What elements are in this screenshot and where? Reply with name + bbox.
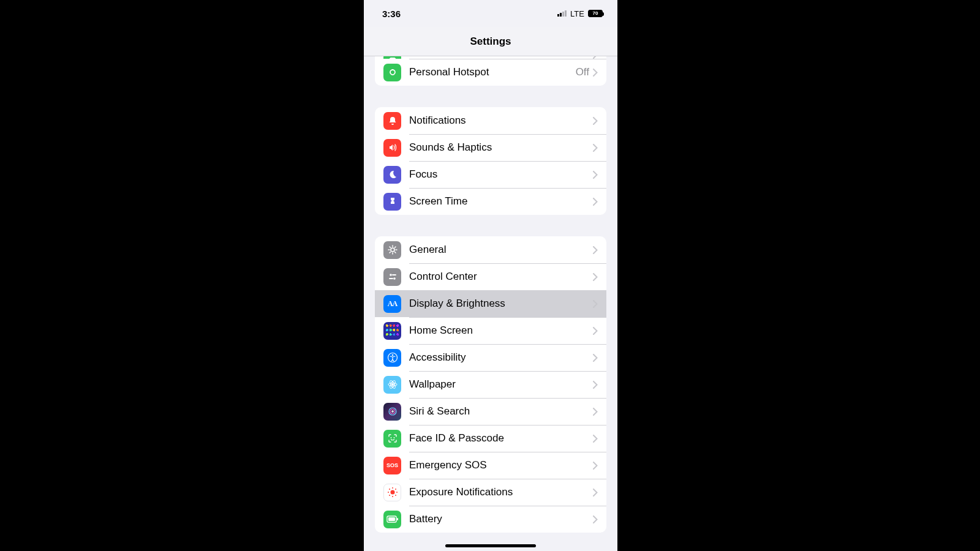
svg-point-23	[395, 495, 396, 496]
chevron-right-icon	[593, 435, 598, 443]
row-faceid[interactable]: Face ID & Passcode	[375, 425, 606, 452]
chevron-right-icon	[593, 273, 598, 281]
wallpaper-icon	[383, 376, 401, 394]
siri-icon	[383, 403, 401, 421]
row-label: Face ID & Passcode	[409, 432, 593, 444]
chevron-right-icon	[593, 381, 598, 389]
row-value: Off	[576, 66, 589, 78]
svg-point-21	[395, 489, 396, 490]
chevron-right-icon	[593, 117, 598, 125]
accessibility-icon	[383, 349, 401, 367]
group-general: General Control Center AA Display & Brig…	[375, 236, 606, 533]
chevron-right-icon	[593, 354, 598, 362]
svg-point-18	[388, 492, 389, 493]
screen-time-icon	[383, 193, 401, 211]
chevron-right-icon	[593, 462, 598, 470]
nav-header: Settings	[364, 27, 617, 56]
svg-point-1	[391, 248, 394, 252]
row-label: Accessibility	[409, 351, 593, 364]
chevron-right-icon	[593, 144, 598, 152]
svg-point-3	[393, 277, 396, 280]
home-indicator[interactable]	[445, 544, 536, 547]
row-home-screen[interactable]: Home Screen	[375, 317, 606, 344]
row-label: Emergency SOS	[409, 459, 593, 471]
row-sos[interactable]: SOS Emergency SOS	[375, 452, 606, 479]
row-label: Sounds & Haptics	[409, 141, 593, 154]
svg-point-15	[390, 490, 394, 495]
sos-icon: SOS	[383, 457, 401, 474]
row-battery[interactable]: Battery	[375, 506, 606, 533]
svg-point-6	[391, 383, 394, 386]
row-focus[interactable]: Focus	[375, 161, 606, 188]
row-general[interactable]: General	[375, 236, 606, 263]
svg-point-14	[393, 437, 394, 438]
row-label: Notifications	[409, 114, 593, 127]
row-display-brightness[interactable]: AA Display & Brightness	[375, 290, 606, 317]
chevron-right-icon	[593, 327, 598, 335]
svg-point-17	[392, 496, 393, 497]
row-accessibility[interactable]: Accessibility	[375, 344, 606, 371]
row-label: Wallpaper	[409, 378, 593, 391]
svg-point-16	[392, 487, 393, 489]
status-time: 3:36	[382, 9, 401, 19]
row-personal-hotspot[interactable]: Personal Hotspot Off	[375, 59, 606, 86]
chevron-right-icon	[593, 515, 598, 523]
row-label: General	[409, 244, 593, 256]
focus-icon	[383, 166, 401, 184]
battery-icon: 70	[588, 10, 603, 17]
battery-icon	[383, 511, 401, 528]
sounds-icon	[383, 139, 401, 157]
svg-point-12	[391, 410, 394, 413]
row-label: Battery	[409, 513, 593, 525]
svg-point-2	[390, 274, 392, 276]
notifications-icon	[383, 112, 401, 130]
chevron-right-icon	[593, 489, 598, 497]
chevron-right-icon	[593, 300, 598, 308]
row-label: Exposure Notifications	[409, 486, 593, 498]
svg-point-13	[390, 437, 391, 438]
chevron-right-icon	[593, 69, 598, 77]
row-label: Display & Brightness	[409, 298, 593, 310]
group-connectivity: Cellular Personal Hotspot Off	[375, 56, 606, 86]
svg-point-19	[396, 492, 398, 493]
row-label: Home Screen	[409, 324, 593, 337]
row-control-center[interactable]: Control Center	[375, 263, 606, 290]
row-label: Focus	[409, 168, 593, 181]
row-exposure[interactable]: Exposure Notifications	[375, 479, 606, 506]
svg-rect-26	[397, 518, 398, 520]
signal-icon	[557, 10, 567, 17]
exposure-icon	[383, 484, 401, 501]
display-icon: AA	[383, 295, 401, 313]
page-title: Settings	[470, 36, 511, 48]
row-label: Personal Hotspot	[409, 66, 576, 78]
row-wallpaper[interactable]: Wallpaper	[375, 371, 606, 398]
svg-point-22	[389, 495, 390, 496]
svg-point-20	[389, 489, 390, 490]
group-notifications: Notifications Sounds & Haptics Focus	[375, 107, 606, 215]
row-sounds[interactable]: Sounds & Haptics	[375, 134, 606, 161]
row-label: Control Center	[409, 271, 593, 283]
row-label: Siri & Search	[409, 405, 593, 418]
row-notifications[interactable]: Notifications	[375, 107, 606, 134]
chevron-right-icon	[593, 198, 598, 206]
control-center-icon	[383, 268, 401, 286]
chevron-right-icon	[593, 171, 598, 179]
row-label: Screen Time	[409, 195, 593, 208]
general-icon	[383, 241, 401, 259]
status-right: LTE 70	[557, 9, 603, 18]
chevron-right-icon	[593, 246, 598, 254]
row-screen-time[interactable]: Screen Time	[375, 188, 606, 215]
row-siri[interactable]: Siri & Search	[375, 398, 606, 425]
settings-scroll[interactable]: Cellular Personal Hotspot Off	[364, 56, 617, 551]
phone-frame: 3:36 LTE 70 Settings Cellular	[364, 0, 617, 551]
faceid-icon	[383, 430, 401, 448]
hotspot-icon	[383, 64, 401, 81]
home-screen-icon	[383, 322, 401, 340]
chevron-right-icon	[593, 408, 598, 416]
svg-point-5	[391, 354, 393, 356]
svg-rect-25	[388, 517, 395, 521]
network-label: LTE	[570, 9, 584, 18]
status-bar: 3:36 LTE 70	[364, 0, 617, 27]
